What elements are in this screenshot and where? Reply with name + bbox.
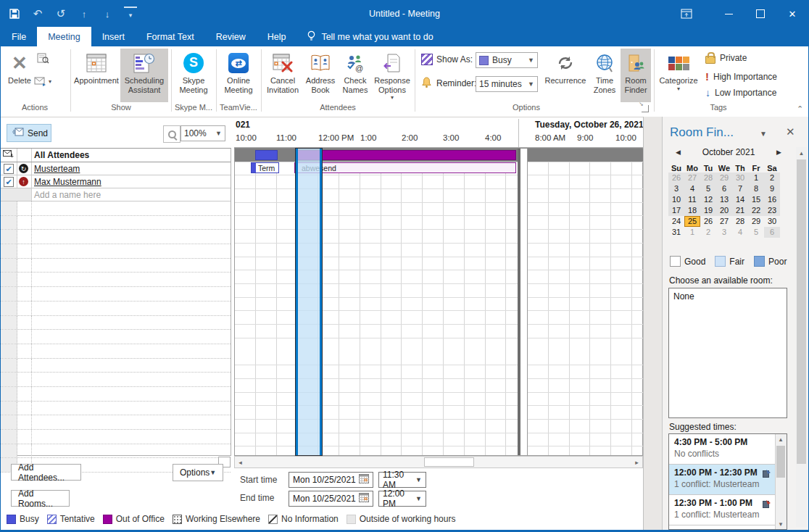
close-panel-icon[interactable]: ✕	[786, 125, 795, 138]
scheduling-assistant-button[interactable]: Scheduling Assistant	[120, 49, 168, 102]
attendee-checkbox[interactable]: ✔	[4, 164, 14, 174]
minimize-button[interactable]	[713, 1, 744, 27]
tab-help[interactable]: Help	[257, 27, 297, 46]
calendar-cell[interactable]: 22	[748, 205, 764, 216]
zoom-search-button[interactable]	[163, 125, 181, 143]
previous-month-icon[interactable]: ◀	[676, 149, 681, 156]
categorize-button[interactable]: Categorize ▾	[657, 49, 700, 102]
suggested-time-item[interactable]: 12:00 PM - 12:30 PM1 conflict: Mustertea…	[669, 465, 787, 495]
reminder-dropdown[interactable]: 15 minutes ▼	[476, 76, 538, 92]
chevron-down-icon[interactable]: ▼	[760, 130, 767, 138]
calendar-cell[interactable]: 13	[716, 194, 732, 205]
calendar-cell[interactable]: 4	[732, 227, 748, 238]
customize-qat-icon[interactable]: ▾	[124, 7, 137, 22]
empty-attendee-row[interactable]	[1, 302, 231, 316]
suggestions-scrollbar[interactable]: ▴ ▾	[775, 434, 787, 529]
calendar-cell[interactable]: 2	[700, 227, 716, 238]
next-month-icon[interactable]: ▶	[776, 149, 781, 156]
cancel-invitation-button[interactable]: Cancel Invitation	[264, 49, 302, 102]
room-option[interactable]: None	[669, 288, 787, 304]
send-button[interactable]: Send	[7, 124, 51, 142]
calendar-cell[interactable]: 23	[764, 205, 780, 216]
calendar-cell[interactable]: 4	[684, 183, 700, 194]
calendar-cell[interactable]: 1	[748, 173, 764, 183]
attendee-list-header[interactable]: All Attendees	[1, 149, 231, 162]
appointment-button[interactable]: Appointment	[74, 49, 119, 102]
attendee-name[interactable]: Max Mustermann	[34, 177, 101, 187]
calendar-cell[interactable]: 29	[716, 173, 732, 183]
calendar-picker-icon[interactable]	[359, 493, 369, 504]
calendar-cell[interactable]: 17	[668, 205, 684, 216]
add-rooms-button[interactable]: Add Rooms...	[11, 490, 70, 507]
suggested-time-item-partial[interactable]	[669, 525, 787, 530]
end-time-dropdown[interactable]: 12:00 PM ▼	[378, 491, 426, 507]
ribbon-display-options-icon[interactable]	[673, 1, 700, 27]
panel-vscrollbar[interactable]: ▴	[796, 147, 807, 527]
time-zones-button[interactable]: Time Zones	[590, 49, 619, 102]
empty-attendee-row[interactable]	[1, 216, 231, 230]
scroll-up-icon[interactable]: ▴	[776, 434, 786, 444]
redo-icon[interactable]: ↺	[54, 7, 67, 20]
empty-attendee-row[interactable]	[1, 201, 231, 216]
calendar-cell[interactable]: 10	[668, 194, 684, 205]
calendar-cell[interactable]: 16	[764, 194, 780, 205]
address-book-button[interactable]: Address Book	[303, 49, 338, 102]
calendar-cell[interactable]: 20	[716, 205, 732, 216]
skype-meeting-button[interactable]: S Skype Meeting	[174, 49, 213, 102]
calendar-cell[interactable]: 24	[668, 216, 684, 227]
room-finder-button[interactable]: Room Finder	[621, 49, 651, 102]
calendar-cell[interactable]: 11	[684, 194, 700, 205]
calendar-cell[interactable]: 6	[716, 183, 732, 194]
calendar-cell[interactable]: 15	[748, 194, 764, 205]
empty-attendee-row[interactable]	[1, 373, 231, 387]
empty-attendee-row[interactable]	[1, 444, 231, 459]
calendar-cell-today[interactable]: 25	[684, 216, 700, 227]
calendar-cell[interactable]: 1	[684, 227, 700, 238]
maximize-button[interactable]	[744, 1, 776, 27]
calendar-cell[interactable]: 27	[716, 216, 732, 227]
suggested-time-item[interactable]: 4:30 PM - 5:00 PMNo conflicts	[669, 434, 787, 465]
high-importance-button[interactable]: ! High Importance	[705, 70, 777, 83]
close-button[interactable]: ✕	[776, 1, 808, 27]
attendee-checkbox[interactable]: ✔	[4, 177, 14, 187]
calendar-cell[interactable]: 30	[732, 173, 748, 183]
start-date-field[interactable]: Mon 10/25/2021	[289, 472, 373, 488]
calendar-cell[interactable]: 26	[700, 216, 716, 227]
collapse-ribbon-icon[interactable]: ⌃	[797, 104, 803, 114]
options-dropdown[interactable]: Options ▼	[173, 464, 223, 481]
attendee-row[interactable]: ✔↑Max Mustermann	[1, 175, 231, 188]
delete-button[interactable]: ✕ Delete	[4, 49, 36, 102]
move-down-icon[interactable]: ↓	[101, 7, 114, 20]
tell-me-box[interactable]: Tell me what you want to do	[307, 27, 433, 46]
empty-attendee-row[interactable]	[1, 359, 231, 373]
calendar-cell[interactable]: 28	[732, 216, 748, 227]
calendar-picker-icon[interactable]	[359, 474, 369, 486]
vscroll-thumb[interactable]	[797, 159, 806, 464]
empty-attendee-row[interactable]	[1, 344, 231, 359]
calendar-cell[interactable]: 29	[748, 216, 764, 227]
check-names-button[interactable]: @ Check Names	[339, 49, 371, 102]
show-as-dropdown[interactable]: Busy ▼	[476, 52, 538, 68]
calendar-cell[interactable]: 7	[732, 183, 748, 194]
empty-attendee-row[interactable]	[1, 316, 231, 331]
add-attendee-row[interactable]: Add a name here	[1, 188, 231, 201]
event-term[interactable]: Term	[251, 162, 279, 173]
calendar-cell[interactable]: 21	[732, 205, 748, 216]
empty-attendee-row[interactable]	[1, 402, 231, 416]
calendar-cell[interactable]: 18	[684, 205, 700, 216]
empty-attendee-row[interactable]	[1, 330, 231, 344]
zoom-dropdown[interactable]: 100% ▼	[181, 125, 225, 141]
start-time-dropdown[interactable]: 11:30 AM ▼	[378, 472, 426, 488]
open-item-icon[interactable]	[37, 53, 49, 64]
empty-attendee-row[interactable]	[1, 230, 231, 244]
low-importance-button[interactable]: ↓ Low Importance	[705, 87, 776, 99]
timeline-hscrollbar[interactable]: ◂ ▸	[234, 456, 643, 468]
empty-attendee-row[interactable]	[1, 287, 231, 302]
empty-attendee-row[interactable]	[1, 273, 231, 287]
calendar-cell[interactable]: 8	[748, 183, 764, 194]
calendar-cell[interactable]: 6	[764, 227, 780, 238]
empty-attendee-row[interactable]	[1, 259, 231, 273]
empty-attendee-row[interactable]	[1, 244, 231, 259]
scroll-up-icon[interactable]: ▴	[796, 147, 807, 158]
calendar-cell[interactable]: 28	[700, 173, 716, 183]
